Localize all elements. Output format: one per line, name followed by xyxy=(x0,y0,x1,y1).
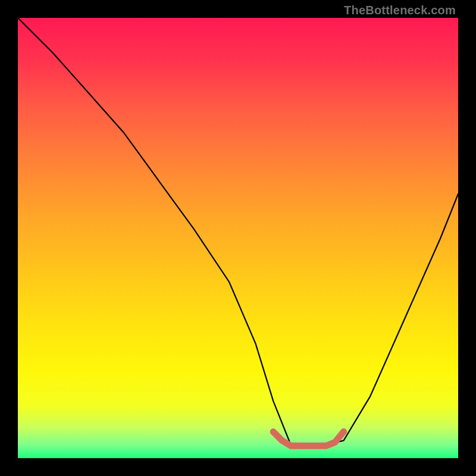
bottleneck-curve xyxy=(18,18,458,445)
chart-svg xyxy=(18,18,458,458)
chart-container: TheBottleneck.com xyxy=(0,0,476,476)
plot-area xyxy=(18,18,458,458)
watermark-text: TheBottleneck.com xyxy=(344,4,456,17)
optimal-zone-curve xyxy=(273,432,343,446)
